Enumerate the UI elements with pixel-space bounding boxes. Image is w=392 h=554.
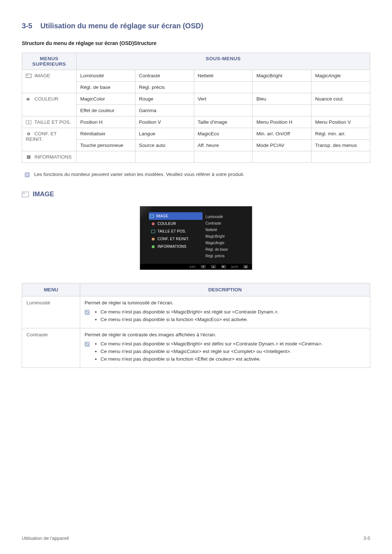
svg-point-1 (27, 75, 28, 76)
page-footer: Utilisation de l'appareil 3-5 (22, 535, 370, 541)
gear-icon (151, 237, 155, 241)
desc-row-contraste-body: Permet de régler le contraste des images… (80, 328, 370, 368)
menu-taille: TAILLE ET POS. (22, 116, 77, 128)
svg-point-7 (28, 134, 29, 135)
note: Les fonctions du moniteur peuvent varier… (25, 172, 370, 177)
size-icon (26, 120, 32, 124)
size-icon (151, 229, 155, 234)
down-arrow-icon: ▼ (201, 265, 206, 268)
palette-icon (151, 222, 155, 226)
gear-icon (26, 132, 32, 136)
th-menu: MENU (22, 283, 80, 296)
osd-item-taille: TAILLE ET POS. (150, 227, 201, 235)
right-arrow-icon: ▶ (221, 265, 226, 268)
osd-right-submenu: Luminosité Contraste Netteté MagicBright… (205, 214, 228, 259)
section-number: 3-5 (22, 22, 32, 30)
power-icon: ⏻ (243, 265, 248, 268)
osd-item-image: IMAGE (149, 212, 203, 220)
image-section-title: IMAGE (22, 190, 370, 198)
svg-rect-12 (23, 193, 25, 194)
section-heading: 3-5 Utilisation du menu de réglage sur é… (22, 22, 370, 30)
info-icon: i (26, 155, 32, 159)
note-icon (25, 172, 30, 177)
footer-right: 3-5 (363, 535, 370, 541)
menu-info: i INFORMATIONS (22, 151, 77, 163)
osd-left-menu: IMAGE COULEUR TAILLE ET POS. CONF. ET RE… (150, 212, 201, 250)
structure-subheading: Structure du menu de réglage sur écran (… (22, 40, 370, 46)
svg-point-2 (28, 98, 28, 99)
osd-item-info: INFORMATIONS (150, 243, 201, 250)
note-icon (85, 342, 90, 347)
info-icon (151, 245, 155, 249)
osd-item-conf: CONF. ET REINIT. (150, 235, 201, 243)
image-icon (150, 214, 154, 218)
svg-point-17 (152, 245, 155, 248)
desc-row-luminosite-menu: Luminosité (22, 296, 80, 328)
note-icon (85, 310, 90, 315)
image-menu-icon (26, 74, 32, 78)
osd-structure-table: MENUS SUPÉRIEURS SOUS-MENUS IMAGE Lumino… (22, 53, 370, 163)
image-section-icon (22, 192, 29, 197)
svg-rect-13 (150, 215, 154, 218)
desc-row-luminosite-body: Permet de régler la luminosité de l'écra… (80, 296, 370, 328)
description-table: MENU DESCRIPTION Luminosité Permet de ré… (22, 283, 370, 368)
osd-item-couleur: COULEUR (150, 220, 201, 227)
exit-label: EXIT (190, 266, 196, 268)
menu-conf: CONF. ET REINIT. (22, 128, 77, 151)
auto-label: AUTO (231, 266, 238, 268)
svg-rect-0 (26, 74, 31, 78)
th-menus-sup: MENUS SUPÉRIEURS (22, 53, 77, 70)
osd-screenshot: IMAGE COULEUR TAILLE ET POS. CONF. ET RE… (140, 206, 252, 270)
svg-point-14 (152, 222, 155, 225)
svg-point-16 (152, 238, 155, 241)
up-arrow-icon: ▲ (211, 265, 216, 268)
desc-row-contraste-menu: Contraste (22, 328, 80, 368)
th-description: DESCRIPTION (80, 283, 370, 296)
svg-rect-15 (151, 230, 155, 233)
palette-icon (26, 97, 32, 101)
section-title: Utilisation du menu de réglage sur écran… (40, 22, 203, 30)
menu-couleur: COULEUR (22, 93, 77, 116)
menu-image: IMAGE (22, 70, 77, 93)
th-sous-menus: SOUS-MENUS (77, 53, 370, 70)
svg-text:i: i (28, 156, 29, 159)
note-text: Les fonctions du moniteur peuvent varier… (34, 172, 244, 177)
osd-footer: EXIT ▼ ▲ ▶ AUTO ⏻ (140, 264, 252, 270)
footer-left: Utilisation de l'appareil (22, 535, 69, 541)
